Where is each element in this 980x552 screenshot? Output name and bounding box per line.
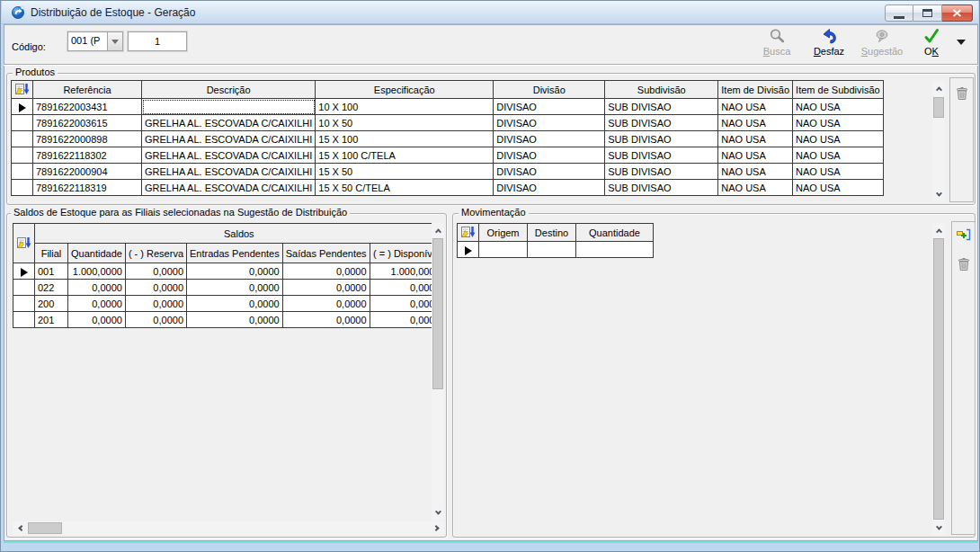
cell-item-divisao[interactable]: NAO USA xyxy=(718,180,793,196)
cell-filial[interactable]: 022 xyxy=(35,280,68,296)
cell-origem[interactable] xyxy=(479,242,528,258)
cell-divisao[interactable]: DIVISAO xyxy=(494,115,605,131)
cell-divisao[interactable]: DIVISAO xyxy=(494,164,605,180)
cell-entradas[interactable]: 0,0000 xyxy=(187,312,283,328)
cell-saidas[interactable]: 0,0000 xyxy=(282,280,370,296)
cell-item-subdivisao[interactable]: NAO USA xyxy=(793,99,884,115)
cell-descricao[interactable]: GRELHA AL. ESCOVADA C/CAIXILHI xyxy=(142,180,316,196)
cell-especificacao[interactable]: 15 X 100 xyxy=(316,131,494,147)
scrollbar-thumb[interactable] xyxy=(28,522,62,534)
scroll-right-button[interactable] xyxy=(430,521,444,535)
saldos-vertical-scrollbar[interactable] xyxy=(432,223,444,520)
scrollbar-thumb[interactable] xyxy=(933,97,944,118)
cell-item-divisao[interactable]: NAO USA xyxy=(718,99,793,115)
cell-item-subdivisao[interactable]: NAO USA xyxy=(793,164,884,180)
cell-reserva[interactable]: 0,0000 xyxy=(125,312,186,328)
cell-descricao[interactable]: GRELHA AL. ESCOVADA C/CAIXILHI xyxy=(142,164,316,180)
scrollbar-thumb[interactable] xyxy=(933,238,944,520)
cell-subdivisao[interactable]: SUB DIVISAO xyxy=(605,99,718,115)
cell-quantidade[interactable]: 0,0000 xyxy=(68,296,126,312)
insert-row-button[interactable] xyxy=(956,227,972,243)
cell-especificacao[interactable]: 15 X 50 C/TELA xyxy=(316,180,494,196)
cell-subdivisao[interactable]: SUB DIVISAO xyxy=(605,147,718,164)
cell-referencia[interactable]: 7891622000904 xyxy=(33,164,142,180)
cell-especificacao[interactable]: 15 X 100 C/TELA xyxy=(316,147,494,164)
cell-descricao-selected[interactable]: GRELHA AL. ESCOVADA C/CAIXILH xyxy=(142,99,316,115)
cell-entradas[interactable]: 0,0000 xyxy=(187,296,283,312)
cell-especificacao[interactable]: 10 X 100 xyxy=(316,99,494,115)
cell-entradas[interactable]: 0,0000 xyxy=(187,280,283,296)
cell-filial[interactable]: 200 xyxy=(35,296,68,312)
cell-subdivisao[interactable]: SUB DIVISAO xyxy=(605,180,718,196)
combo-dropdown-button[interactable] xyxy=(107,32,122,50)
saldos-horizontal-scrollbar[interactable] xyxy=(13,521,444,535)
cell-filial[interactable]: 001 xyxy=(35,263,68,280)
cell-item-subdivisao[interactable]: NAO USA xyxy=(793,115,884,131)
codigo-input[interactable] xyxy=(128,31,187,51)
cell-especificacao[interactable]: 10 X 50 xyxy=(316,115,494,131)
cell-quantidade[interactable]: 1.000,0000 xyxy=(68,263,126,280)
row-indicator xyxy=(12,147,33,164)
cell-descricao[interactable]: GRELHA AL. ESCOVADA C/CAIXILHI xyxy=(142,147,316,164)
delete-row-button[interactable] xyxy=(954,85,970,102)
cell-subdivisao[interactable]: SUB DIVISAO xyxy=(605,115,718,131)
movimentacao-vertical-scrollbar[interactable] xyxy=(932,223,945,535)
cell-referencia[interactable]: 7891622000898 xyxy=(33,131,142,147)
cell-descricao[interactable]: GRELHA AL. ESCOVADA C/CAIXILHI xyxy=(142,131,316,147)
cell-quantidade[interactable]: 0,0000 xyxy=(68,312,126,328)
cell-quantidade[interactable]: 0,0000 xyxy=(68,280,126,296)
cell-divisao[interactable]: DIVISAO xyxy=(494,180,605,196)
sort-config-button[interactable] xyxy=(12,81,33,99)
cell-item-divisao[interactable]: NAO USA xyxy=(718,115,793,131)
codigo-combobox[interactable]: 001 (P xyxy=(67,31,123,51)
minimize-button[interactable] xyxy=(885,4,913,22)
scroll-up-button[interactable] xyxy=(932,81,945,95)
cell-quantidade[interactable] xyxy=(576,242,654,258)
cell-item-subdivisao[interactable]: NAO USA xyxy=(793,180,884,196)
cell-reserva[interactable]: 0,0000 xyxy=(125,280,186,296)
close-button[interactable] xyxy=(942,4,973,22)
scroll-up-button[interactable] xyxy=(432,223,444,237)
scroll-left-button[interactable] xyxy=(13,521,27,535)
sort-config-button[interactable] xyxy=(458,224,479,242)
cell-referencia[interactable]: 7891622003615 xyxy=(33,115,142,131)
cell-divisao[interactable]: DIVISAO xyxy=(494,147,605,164)
cell-referencia[interactable]: 7891622003431 xyxy=(33,99,142,115)
cell-entradas[interactable]: 0,0000 xyxy=(187,263,283,280)
cell-item-divisao[interactable]: NAO USA xyxy=(718,131,793,147)
cell-destino[interactable] xyxy=(528,242,576,258)
cell-item-subdivisao[interactable]: NAO USA xyxy=(793,147,884,164)
produtos-vertical-scrollbar[interactable] xyxy=(932,81,945,201)
cell-item-divisao[interactable]: NAO USA xyxy=(718,147,793,164)
sugestao-button[interactable]: Sugestão xyxy=(855,26,909,62)
desfaz-button[interactable]: Desfaz xyxy=(803,26,855,62)
maximize-button[interactable] xyxy=(913,4,942,22)
ok-button[interactable]: OK xyxy=(911,26,952,62)
cell-referencia[interactable]: 7891622118319 xyxy=(33,180,142,196)
cell-filial[interactable]: 201 xyxy=(35,312,68,328)
cell-saidas[interactable]: 0,0000 xyxy=(282,296,370,312)
sort-config-button[interactable] xyxy=(13,224,35,263)
cell-item-subdivisao[interactable]: NAO USA xyxy=(793,131,884,147)
cell-divisao[interactable]: DIVISAO xyxy=(494,131,605,147)
scrollbar-thumb[interactable] xyxy=(432,238,443,389)
cell-descricao[interactable]: GRELHA AL. ESCOVADA C/CAIXILHI xyxy=(142,115,316,131)
cell-saidas[interactable]: 0,0000 xyxy=(282,312,370,328)
produtos-row: 7891622003615 GRELHA AL. ESCOVADA C/CAIX… xyxy=(12,115,884,131)
cell-especificacao[interactable]: 15 X 50 xyxy=(316,164,494,180)
scroll-down-button[interactable] xyxy=(932,187,945,201)
cell-referencia[interactable]: 7891622118302 xyxy=(33,147,142,164)
cell-subdivisao[interactable]: SUB DIVISAO xyxy=(605,164,718,180)
busca-button[interactable]: Busca xyxy=(751,26,803,62)
cell-subdivisao[interactable]: SUB DIVISAO xyxy=(605,131,718,147)
cell-saidas[interactable]: 0,0000 xyxy=(282,263,370,280)
cell-divisao[interactable]: DIVISAO xyxy=(494,99,605,115)
cell-reserva[interactable]: 0,0000 xyxy=(125,263,186,280)
delete-row-button[interactable] xyxy=(956,256,972,272)
scroll-up-button[interactable] xyxy=(932,223,945,237)
cell-reserva[interactable]: 0,0000 xyxy=(125,296,186,312)
ok-dropdown-arrow[interactable] xyxy=(957,40,966,45)
scroll-down-button[interactable] xyxy=(432,505,444,520)
cell-item-divisao[interactable]: NAO USA xyxy=(718,164,793,180)
scroll-down-button[interactable] xyxy=(932,521,945,535)
